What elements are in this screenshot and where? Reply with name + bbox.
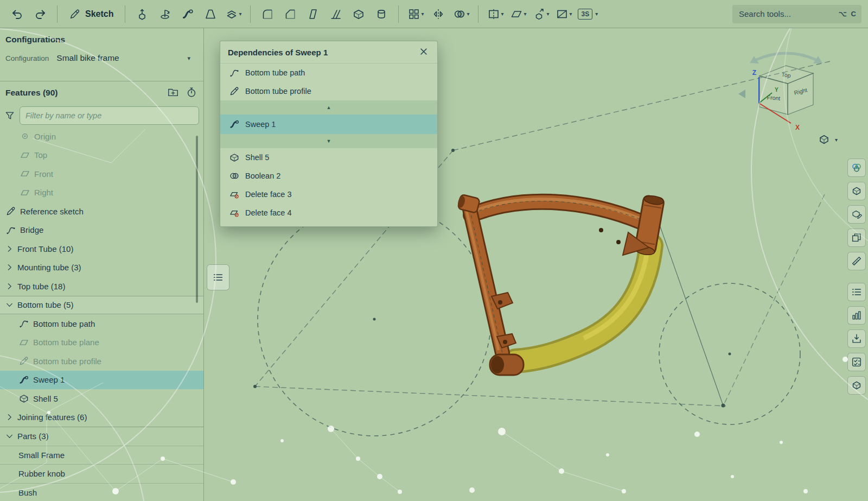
- caret-down-icon: ▾: [421, 11, 424, 17]
- dependency-label: Sweep 1: [245, 120, 276, 129]
- sweep-button[interactable]: [177, 4, 199, 24]
- transform-button[interactable]: ▾: [530, 4, 552, 24]
- tree-item-reference-sketch[interactable]: Reference sketch: [0, 202, 203, 221]
- primitives-panel-button[interactable]: [847, 376, 866, 395]
- rotate-left-arrow[interactable]: [738, 90, 745, 98]
- boolean-icon: [453, 8, 466, 21]
- tree-item-right-plane[interactable]: Right: [0, 183, 203, 202]
- edit-part-panel-button[interactable]: [847, 205, 866, 224]
- tree-folder-joining-features[interactable]: Joining features (6): [0, 408, 203, 427]
- view-settings-dropdown[interactable]: ▾: [818, 133, 838, 146]
- rollback-history-button[interactable]: [185, 86, 198, 99]
- tasks-panel-button[interactable]: [847, 353, 866, 371]
- caret-down-icon: ▾: [569, 11, 572, 17]
- plane-icon: [510, 8, 523, 21]
- boolean-button[interactable]: ▾: [450, 4, 472, 24]
- tree-folder-parts[interactable]: Parts (3): [0, 427, 203, 446]
- measure-icon: [851, 255, 863, 267]
- filter-input[interactable]: [20, 106, 199, 125]
- mass-properties-button[interactable]: [847, 306, 866, 325]
- custom-features-button[interactable]: 3S ▾: [576, 9, 600, 20]
- export-panel-button[interactable]: [847, 329, 866, 348]
- tree-item-bottom-tube-profile[interactable]: Bottom tube profile: [0, 352, 203, 371]
- shaded-cube-icon: [851, 185, 863, 197]
- shell-button[interactable]: [348, 4, 369, 24]
- x-axis-label: X: [795, 124, 800, 131]
- tree-item-top-plane[interactable]: Top: [0, 146, 203, 165]
- sketch-icon: [5, 206, 16, 217]
- appearance-panel-button[interactable]: [847, 158, 866, 177]
- tree-item-front-plane[interactable]: Front: [0, 164, 203, 183]
- linear-pattern-button[interactable]: ▾: [405, 4, 426, 24]
- tree-folder-front-tube[interactable]: Front Tube (10): [0, 239, 203, 258]
- duplicate-part-panel-button[interactable]: [847, 229, 866, 247]
- display-states-button[interactable]: [847, 182, 866, 200]
- revolve-icon: [158, 8, 171, 21]
- configuration-dropdown[interactable]: Configuration Small bike frame ▾: [5, 53, 198, 63]
- tree-item-sweep-1[interactable]: Sweep 1: [0, 371, 203, 390]
- extrude-button[interactable]: [131, 4, 153, 24]
- tree-item-bottom-tube-path[interactable]: Bottom tube path: [0, 314, 203, 333]
- tree-item-shell-5[interactable]: Shell 5: [0, 389, 203, 408]
- delete-face-icon: [229, 189, 240, 200]
- configuration-value: Small bike frame: [56, 53, 119, 63]
- detail-list-panel-button[interactable]: [847, 283, 866, 301]
- custom-features-badge: 3S: [578, 9, 592, 20]
- chamfer-button[interactable]: [279, 4, 301, 24]
- split-button[interactable]: ▾: [484, 4, 506, 24]
- features-header: Features (90): [0, 81, 203, 104]
- tree-item-rubber-knob[interactable]: Rubber knob: [0, 464, 203, 483]
- tree-item-bottom-tube-plane[interactable]: Bottom tube plane: [0, 333, 203, 352]
- tree-item-label: Origin: [34, 132, 56, 141]
- plane-button[interactable]: ▾: [507, 4, 529, 24]
- dialog-close-button[interactable]: [418, 46, 430, 58]
- feature-list-toggle[interactable]: [207, 264, 229, 290]
- tree-item-bush[interactable]: Bush: [0, 483, 203, 501]
- undo-icon: [11, 8, 24, 21]
- tree-folder-bottom-tube[interactable]: Bottom tube (5): [0, 296, 203, 315]
- dependency-label: Bottom tube profile: [245, 87, 311, 96]
- search-tools-input[interactable]: [738, 9, 834, 19]
- dependency-item-delete-face-3[interactable]: Delete face 3: [220, 185, 437, 204]
- dependency-item-bottom-tube-profile[interactable]: Bottom tube profile: [220, 82, 437, 100]
- revolve-button[interactable]: [154, 4, 176, 24]
- rib-icon: [329, 8, 342, 21]
- thicken-button[interactable]: ▾: [222, 4, 244, 24]
- undo-button[interactable]: [7, 4, 28, 24]
- sketch-button-label: Sketch: [85, 9, 113, 19]
- dependency-item-boolean-2[interactable]: Boolean 2: [220, 167, 437, 185]
- view-cube[interactable]: Top Front Right: [738, 53, 822, 115]
- dependency-item-bottom-tube-path[interactable]: Bottom tube path: [220, 64, 437, 82]
- fillet-button[interactable]: [257, 4, 278, 24]
- tree-item-small-frame[interactable]: Small Frame: [0, 446, 203, 465]
- tree-item-bridge[interactable]: Bridge: [0, 221, 203, 240]
- scroll-down-band[interactable]: ▼: [220, 134, 437, 148]
- tree-scrollbar[interactable]: [196, 136, 198, 303]
- toolbar-divider: [57, 5, 58, 23]
- tree-item-label: Small Frame: [18, 451, 65, 460]
- curve-icon: [18, 318, 29, 329]
- new-folder-button[interactable]: [167, 86, 180, 99]
- hole-button[interactable]: [371, 4, 392, 24]
- tree-folder-mounting-tube[interactable]: Mounting tube (3): [0, 258, 203, 277]
- sketch-button[interactable]: Sketch: [63, 4, 119, 24]
- tree-item-origin[interactable]: Origin: [0, 127, 203, 146]
- scroll-up-band[interactable]: ▲: [220, 100, 437, 115]
- dependency-item-sweep-1[interactable]: Sweep 1: [220, 115, 437, 134]
- dialog-header: Dependencies of Sweep 1: [220, 41, 437, 64]
- mirror-button[interactable]: [427, 4, 449, 24]
- dependency-item-shell-5[interactable]: Shell 5: [220, 148, 437, 167]
- sweep-feature-highlight[interactable]: [515, 244, 651, 361]
- shell-icon: [229, 152, 240, 163]
- measure-panel-button[interactable]: [847, 252, 866, 270]
- dependency-item-delete-face-4[interactable]: Delete face 4: [220, 204, 437, 222]
- sweep-icon: [229, 119, 240, 130]
- draft-button[interactable]: [302, 4, 324, 24]
- caret-down-icon: ▾: [239, 11, 241, 17]
- mirror-icon: [432, 8, 445, 21]
- tree-folder-top-tube[interactable]: Top tube (18): [0, 277, 203, 296]
- redo-button[interactable]: [29, 4, 51, 24]
- loft-button[interactable]: [200, 4, 221, 24]
- rib-button[interactable]: [325, 4, 347, 24]
- section-button[interactable]: ▾: [553, 4, 575, 24]
